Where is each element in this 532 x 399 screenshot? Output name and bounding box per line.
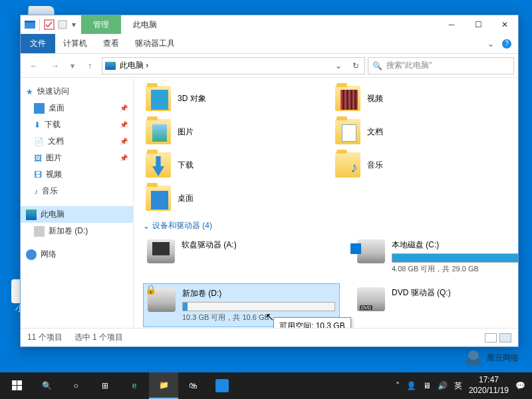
tab-manage[interactable]: 管理 (81, 15, 121, 34)
tray-volume-icon[interactable]: 🔊 (438, 381, 448, 390)
maximize-button[interactable]: ☐ (465, 15, 491, 34)
qat-properties-icon[interactable] (57, 19, 68, 30)
drive-tooltip: 可用空间: 10.3 GB 总大小: 10.6 GB (273, 317, 351, 328)
ribbon-file[interactable]: 文件 (21, 34, 55, 53)
edge-button[interactable]: e (120, 372, 149, 399)
dvd-drive-icon (357, 287, 385, 311)
app-button[interactable] (207, 372, 237, 399)
drive-floppy-a[interactable]: 软盘驱动器 (A:) (143, 235, 340, 278)
sidebar-item-documents[interactable]: 📄文档📌 (21, 133, 133, 150)
status-bar: 11 个项目 选中 1 个项目 (21, 328, 518, 346)
breadcrumb[interactable]: 此电脑 › (120, 60, 148, 71)
refresh-button[interactable]: ↻ (350, 61, 362, 70)
close-button[interactable]: ✕ (491, 15, 518, 34)
sidebar-item-videos[interactable]: 🎞视频 (21, 166, 133, 183)
folder-documents[interactable]: 文档 (332, 116, 509, 147)
address-bar[interactable]: 此电脑 › ⌄ ↻ (102, 57, 365, 74)
folder-3d-objects[interactable]: 3D 对象 (143, 83, 319, 114)
devices-section-header[interactable]: ⌄设备和驱动器 (4) (143, 213, 509, 235)
ribbon-drive-tools[interactable]: 驱动器工具 (127, 34, 183, 53)
svg-rect-7 (17, 380, 22, 385)
tray-notifications-icon[interactable]: 💬 (515, 381, 525, 390)
sidebar-item-thispc[interactable]: 此电脑 (21, 206, 133, 223)
drive-dvd-q[interactable]: DVD 驱动器 (Q:) (353, 283, 518, 327)
cortana-button[interactable]: ○ (61, 372, 90, 399)
navbar: ← → ▾ ↑ 此电脑 › ⌄ ↻ 🔍 搜索"此电脑" (21, 54, 518, 78)
folder-downloads[interactable]: 下载 (143, 150, 319, 180)
minimize-button[interactable]: ─ (438, 15, 465, 34)
floppy-drive-icon (147, 239, 175, 263)
folder-videos[interactable]: 视频 (332, 83, 509, 114)
folder-pictures[interactable]: 图片 (143, 116, 319, 147)
svg-rect-1 (25, 21, 35, 23)
forward-button[interactable]: → (46, 57, 65, 75)
view-details-button[interactable] (485, 333, 497, 342)
thispc-icon (105, 62, 116, 70)
sidebar-item-desktop[interactable]: 桌面📌 (21, 100, 133, 116)
tray-network-icon[interactable]: 🖥 (423, 381, 431, 390)
ribbon-view[interactable]: 查看 (95, 34, 127, 53)
svg-rect-6 (12, 380, 17, 385)
pin-icon: 📌 (120, 104, 128, 112)
sidebar-item-pictures[interactable]: 🖼图片📌 (21, 150, 133, 166)
sidebar-item-music[interactable]: ♪音乐 (21, 183, 133, 200)
tray-ime-icon[interactable]: 英 (454, 380, 462, 392)
tray-up-icon[interactable]: ˄ (396, 381, 400, 390)
search-button[interactable]: 🔍 (32, 372, 61, 399)
pin-icon: 📌 (120, 121, 128, 128)
svg-rect-3 (59, 21, 66, 29)
explorer-window: ▾ 管理 此电脑 ─ ☐ ✕ 文件 计算机 查看 驱动器工具 ⌄ ? ← → ▾… (20, 15, 519, 347)
system-tray: ˄ 👤 🖥 🔊 英 17:47 2020/11/19 💬 (396, 375, 529, 396)
store-button[interactable]: 🛍 (178, 372, 207, 399)
sidebar-item-downloads[interactable]: ⬇下载📌 (21, 116, 133, 133)
ribbon-expand-icon[interactable]: ⌄ (487, 39, 494, 49)
back-button[interactable]: ← (25, 57, 43, 75)
svg-rect-8 (12, 386, 17, 390)
watermark: 黑云网络 (464, 348, 519, 367)
ribbon-computer[interactable]: 计算机 (55, 34, 95, 53)
tray-clock[interactable]: 17:47 2020/11/19 (469, 375, 509, 396)
titlebar: ▾ 管理 此电脑 ─ ☐ ✕ (21, 15, 518, 34)
search-placeholder: 搜索"此电脑" (386, 60, 432, 71)
start-button[interactable] (3, 372, 32, 399)
capacity-bar-c (392, 253, 518, 263)
view-large-icons-button[interactable] (499, 333, 511, 342)
folder-desktop[interactable]: 桌面 (143, 183, 319, 213)
sidebar-item-new-volume-d[interactable]: 新加卷 (D:) (21, 223, 133, 239)
search-icon: 🔍 (372, 61, 382, 70)
sidebar-item-network[interactable]: 网络 (21, 246, 133, 263)
ribbon: 文件 计算机 查看 驱动器工具 ⌄ ? (21, 34, 518, 54)
sidebar-item-quick-access[interactable]: ★快速访问 (21, 83, 133, 100)
hdd-icon: 🔒 (148, 288, 176, 312)
capacity-bar-d (182, 302, 335, 311)
help-icon[interactable]: ? (502, 39, 511, 49)
task-view-button[interactable]: ⊞ (90, 372, 120, 399)
folder-music[interactable]: ♪音乐 (332, 150, 509, 180)
up-button[interactable]: ↑ (80, 57, 99, 75)
tray-people-icon[interactable]: 👤 (406, 381, 416, 390)
tab-thispc-title: 此电脑 (121, 15, 169, 34)
qat-checkbox-icon[interactable] (44, 19, 55, 30)
svg-point-5 (468, 350, 479, 360)
recent-locations-dropdown[interactable]: ▾ (67, 57, 78, 75)
qat-dropdown-icon[interactable]: ▾ (70, 20, 77, 29)
app-icon (25, 19, 35, 30)
taskbar: 🔍 ○ ⊞ e 📁 🛍 ˄ 👤 🖥 🔊 英 17:47 2020/11/19 💬 (0, 372, 532, 399)
status-selected-count: 选中 1 个项目 (74, 332, 123, 343)
pin-icon: 📌 (120, 138, 128, 145)
status-item-count: 11 个项目 (27, 332, 63, 343)
search-input[interactable]: 🔍 搜索"此电脑" (368, 57, 514, 74)
address-dropdown-icon[interactable]: ⌄ (331, 61, 346, 70)
mouse-cursor: ↖ (265, 311, 274, 323)
explorer-taskbar-button[interactable]: 📁 (149, 372, 178, 399)
hdd-icon (357, 239, 385, 263)
drive-local-c[interactable]: 本地磁盘 (C:) 4.08 GB 可用，共 29.0 GB (353, 235, 518, 278)
chevron-down-icon: ⌄ (143, 221, 150, 231)
content-pane: 3D 对象 视频 图片 文档 下载 ♪音乐 桌面 ⌄设备和驱动器 (4) 软盘驱… (134, 78, 518, 328)
pin-icon: 📌 (120, 154, 128, 162)
sidebar: ★快速访问 桌面📌 ⬇下载📌 📄文档📌 🖼图片📌 🎞视频 ♪音乐 此电脑 新加卷… (21, 78, 134, 328)
svg-rect-9 (17, 386, 22, 390)
